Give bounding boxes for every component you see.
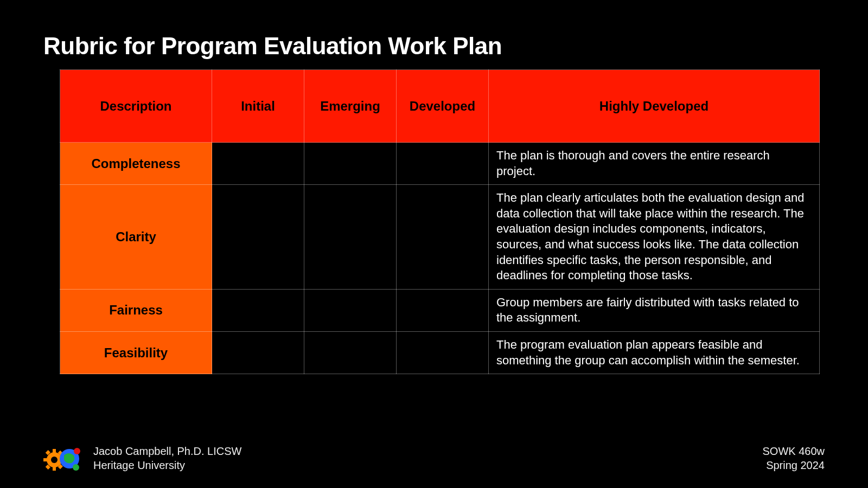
table-row: Clarity The plan clearly articulates bot… [60, 185, 820, 290]
cell-empty [212, 331, 304, 374]
row-label-completeness: Completeness [60, 143, 212, 185]
cell-highly-feasibility: The program evaluation plan appears feas… [489, 331, 820, 374]
cell-empty [397, 143, 489, 185]
page-title: Rubric for Program Evaluation Work Plan [43, 33, 825, 60]
row-label-fairness: Fairness [60, 289, 212, 331]
col-header-emerging: Emerging [304, 70, 397, 143]
svg-point-12 [73, 464, 79, 471]
table-header-row: Description Initial Emerging Developed H… [60, 70, 820, 143]
col-header-highly: Highly Developed [489, 70, 820, 143]
row-label-feasibility: Feasibility [60, 331, 212, 374]
cell-empty [397, 331, 489, 374]
footer-org: Heritage University [93, 458, 241, 472]
col-header-description: Description [60, 70, 212, 143]
cell-highly-fairness: Group members are fairly distributed wit… [489, 289, 820, 331]
logo-icon [43, 444, 86, 473]
cell-empty [397, 185, 489, 290]
footer-course: SOWK 460w [763, 444, 825, 458]
col-header-initial: Initial [212, 70, 304, 143]
svg-rect-1 [53, 449, 56, 453]
cell-empty [212, 143, 304, 185]
cell-empty [304, 289, 397, 331]
cell-empty [304, 185, 397, 290]
cell-empty [304, 143, 397, 185]
rubric-table: Description Initial Emerging Developed H… [60, 69, 820, 374]
footer: Jacob Campbell, Ph.D. LICSW Heritage Uni… [43, 444, 825, 473]
table-row: Feasibility The program evaluation plan … [60, 331, 820, 374]
table-row: Completeness The plan is thorough and co… [60, 143, 820, 185]
svg-point-9 [51, 457, 58, 463]
footer-term: Spring 2024 [763, 458, 825, 472]
cell-empty [212, 185, 304, 290]
cell-empty [397, 289, 489, 331]
cell-highly-completeness: The plan is thorough and covers the enti… [489, 143, 820, 185]
cell-highly-clarity: The plan clearly articulates both the ev… [489, 185, 820, 290]
footer-left: Jacob Campbell, Ph.D. LICSW Heritage Uni… [43, 444, 241, 473]
cell-empty [304, 331, 397, 374]
svg-rect-3 [43, 458, 48, 461]
col-header-developed: Developed [397, 70, 489, 143]
slide: Rubric for Program Evaluation Work Plan … [0, 0, 868, 488]
table-row: Fairness Group members are fairly distri… [60, 289, 820, 331]
row-label-clarity: Clarity [60, 185, 212, 290]
cell-empty [212, 289, 304, 331]
svg-rect-2 [53, 466, 56, 471]
footer-author: Jacob Campbell, Ph.D. LICSW [93, 444, 241, 458]
svg-point-11 [74, 448, 80, 454]
footer-right: SOWK 460w Spring 2024 [763, 444, 825, 472]
